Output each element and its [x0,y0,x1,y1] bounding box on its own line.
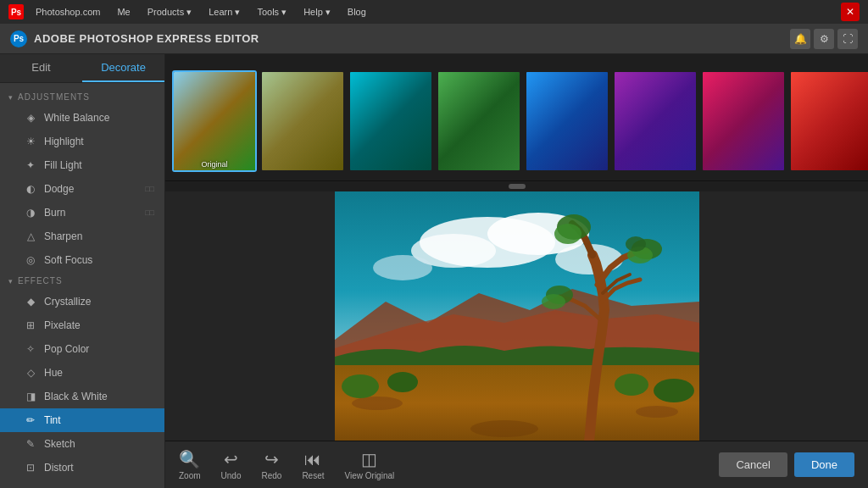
nav-site-name[interactable]: Photoshop.com [31,5,105,19]
dodge-icon: ◐ [24,182,37,196]
editor-title: ADOBE PHOTOSHOP EXPRESS EDITOR [34,32,787,45]
tint-icon: ✏ [24,413,37,427]
pop-color-icon: ✧ [24,342,37,356]
nav-learn[interactable]: Learn ▾ [203,5,245,19]
crystallize-icon: ◆ [24,295,37,308]
svg-point-5 [373,255,432,280]
nav-tools[interactable]: Tools ▾ [252,5,292,19]
nav-help[interactable]: Help ▾ [298,5,336,19]
nav-products[interactable]: Products ▾ [142,5,197,19]
canvas-area [165,191,868,441]
svg-point-18 [626,236,646,252]
sidebar-item-black-white[interactable]: ◨ Black & White [0,385,164,408]
svg-point-10 [342,374,379,398]
soft-focus-icon: ◎ [24,253,37,267]
main-content: Original [165,54,868,488]
reset-button[interactable]: ⏮ Reset [302,450,324,480]
thumbnail-original-label: Original [174,160,255,169]
svg-point-15 [554,224,581,244]
sidebar-scroll[interactable]: ADJUSTMENTS ◈ White Balance ☀ Highlight … [0,83,164,488]
cancel-button[interactable]: Cancel [719,452,787,477]
dodge-badge: □□ [145,185,154,193]
sidebar-item-burn[interactable]: ◑ Burn □□ [0,201,164,225]
fullscreen-icon[interactable]: ⛶ [837,29,858,49]
undo-icon: ↩ [224,449,238,469]
effects-section-header[interactable]: EFFECTS [0,272,164,290]
redo-button[interactable]: ↪ Redo [261,449,281,480]
sidebar: Edit Decorate ADJUSTMENTS ◈ White Balanc… [0,54,165,488]
svg-point-13 [654,379,694,402]
sidebar-item-fill-light[interactable]: ✦ Fill Light [0,153,164,177]
tab-decorate[interactable]: Decorate [82,54,164,82]
sidebar-item-sketch[interactable]: ✎ Sketch [0,432,164,456]
sidebar-item-pop-color[interactable]: ✧ Pop Color [0,337,164,361]
thumbnail-6[interactable] [701,70,786,172]
main-canvas-image [335,191,699,441]
thumbnail-3[interactable] [437,70,521,172]
undo-button[interactable]: ↩ Undo [221,449,242,480]
view-original-button[interactable]: ◫ View Original [345,449,395,480]
thumbnail-4[interactable] [525,70,609,172]
zoom-button[interactable]: 🔍 Zoom [179,449,201,480]
editor-header: Ps ADOBE PHOTOSHOP EXPRESS EDITOR 🔔 ⚙ ⛶ [0,24,868,54]
thumbnail-1[interactable] [260,70,345,172]
burn-badge: □□ [145,208,154,217]
editor-logo: Ps [10,30,27,47]
sidebar-item-tint[interactable]: ✏ Tint [0,408,164,432]
sidebar-item-distort[interactable]: ⊡ Distort [0,456,164,480]
highlight-icon: ☀ [24,135,37,148]
sidebar-item-white-balance[interactable]: ◈ White Balance [0,106,164,130]
thumbnail-7[interactable] [789,70,868,172]
sidebar-item-sharpen[interactable]: △ Sharpen [0,225,164,248]
editor-container: Ps ADOBE PHOTOSHOP EXPRESS EDITOR 🔔 ⚙ ⛶ … [0,24,868,488]
svg-point-9 [470,420,538,437]
reset-icon: ⏮ [304,450,321,469]
hue-icon: ◇ [24,366,37,380]
svg-point-20 [542,294,565,309]
sidebar-item-highlight[interactable]: ☀ Highlight [0,130,164,153]
white-balance-icon: ◈ [24,111,37,125]
scroll-dot [509,184,526,189]
svg-point-11 [387,372,418,392]
top-navigation: Ps Photoshop.com Me Products ▾ Learn ▾ T… [0,0,868,24]
svg-point-8 [636,406,678,418]
adjustments-section-header[interactable]: ADJUSTMENTS [0,88,164,106]
sketch-icon: ✎ [24,437,37,451]
sidebar-item-pixelate[interactable]: ⊞ Pixelate [0,313,164,337]
thumbnails-row: Original [165,54,868,181]
editor-body: Edit Decorate ADJUSTMENTS ◈ White Balanc… [0,54,868,488]
redo-icon: ↪ [264,449,279,469]
view-original-icon: ◫ [361,449,377,469]
thumbnail-5[interactable] [613,70,698,172]
distort-icon: ⊡ [24,461,37,474]
nav-blog[interactable]: Blog [342,5,371,19]
thumbnail-2[interactable] [348,70,433,172]
sidebar-item-soft-focus[interactable]: ◎ Soft Focus [0,248,164,272]
svg-point-7 [352,396,403,410]
done-button[interactable]: Done [794,452,854,477]
thumbnail-original[interactable]: Original [172,70,257,172]
sidebar-item-crystallize[interactable]: ◆ Crystallize [0,290,164,313]
zoom-icon: 🔍 [179,449,200,469]
fill-light-icon: ✦ [24,158,37,172]
pixelate-icon: ⊞ [24,319,37,332]
burn-icon: ◑ [24,206,37,219]
settings-icon[interactable]: ⚙ [814,29,834,49]
close-icon[interactable]: ✕ [841,3,860,21]
ps-logo: Ps [8,4,24,19]
notification-icon[interactable]: 🔔 [790,29,810,49]
sidebar-tabs: Edit Decorate [0,54,164,83]
sharpen-icon: △ [24,230,37,243]
bottom-toolbar: 🔍 Zoom ↩ Undo ↪ Redo ⏮ Reset ◫ View O [165,441,868,488]
sidebar-item-hue[interactable]: ◇ Hue [0,361,164,385]
sidebar-item-dodge[interactable]: ◐ Dodge □□ [0,177,164,201]
nav-me[interactable]: Me [112,5,135,19]
scroll-indicator [165,181,868,191]
black-white-icon: ◨ [24,390,37,403]
tab-edit[interactable]: Edit [0,54,82,82]
svg-point-12 [615,374,648,396]
